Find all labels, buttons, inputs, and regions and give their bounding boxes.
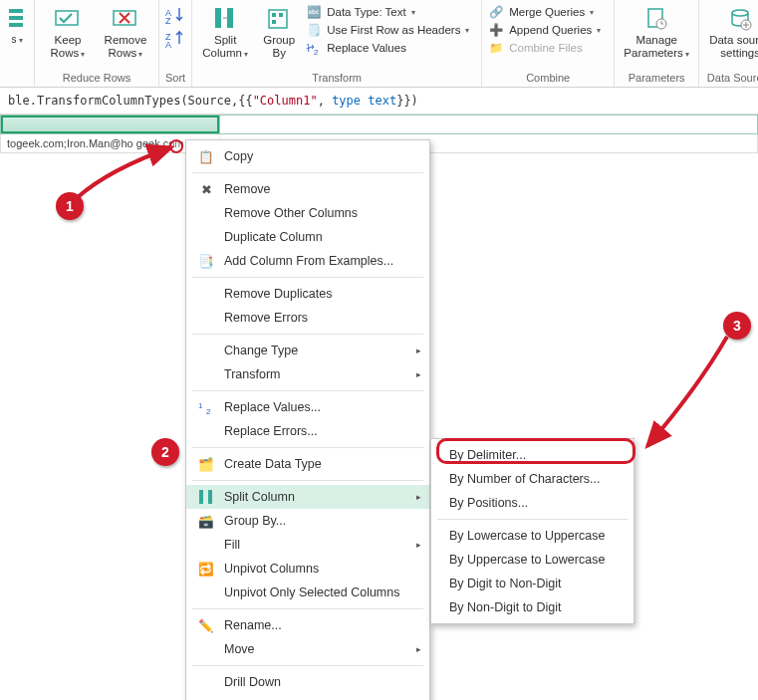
ctx-remove-errors[interactable]: Remove Errors — [186, 306, 429, 330]
separator — [437, 519, 628, 520]
svg-text:Z: Z — [165, 16, 171, 24]
data-type-icon: 🔤 — [306, 4, 322, 20]
ctx-rename[interactable]: ✏️Rename... — [186, 613, 429, 637]
group-by-icon: 🗃️ — [194, 513, 218, 529]
svg-text:2: 2 — [314, 48, 319, 55]
ribbon-group-reduce-rows: Keep Rows Remove Rows Reduce Rows — [35, 0, 159, 87]
remove-rows-icon — [112, 7, 139, 31]
ribbon-group-combine: 🔗Merge Queries ➕Append Queries 📁Combine … — [482, 0, 615, 87]
data-source-settings-button[interactable]: Data source settings — [705, 2, 758, 60]
group-by-icon — [267, 7, 291, 31]
ctx-add-as-query[interactable]: Add as New Query — [186, 694, 429, 700]
keep-rows-button[interactable]: Keep Rows — [41, 2, 95, 60]
group-label-transform: Transform — [198, 70, 475, 87]
append-queries-button[interactable]: ➕Append Queries — [488, 22, 608, 38]
annotation-click-marker — [169, 139, 183, 153]
parameters-icon — [644, 7, 668, 31]
ribbon-group-data-sources: Data source settings Data Sources — [699, 0, 758, 87]
rename-icon: ✏️ — [194, 617, 218, 633]
ctx-move[interactable]: Move — [186, 637, 429, 661]
svg-rect-12 — [272, 13, 276, 17]
sort-asc-icon[interactable]: AZ — [165, 6, 185, 24]
first-row-headers-button[interactable]: 🗒️ Use First Row as Headers — [306, 22, 475, 38]
ctx-add-from-examples[interactable]: 📑Add Column From Examples... — [186, 249, 429, 273]
svg-rect-10 — [227, 8, 233, 28]
sub-digit-nondigit[interactable]: By Digit to Non-Digit — [431, 572, 633, 595]
ctx-group-by[interactable]: 🗃️Group By... — [186, 509, 429, 533]
column-header[interactable] — [1, 116, 220, 133]
split-column-submenu: By Delimiter... By Number of Characters.… — [430, 438, 634, 624]
ribbon-group-transform: Split Column Group By 🔤 Data Type: Text … — [192, 0, 482, 87]
ctx-fill[interactable]: Fill — [186, 533, 429, 557]
sub-by-num-chars[interactable]: By Number of Characters... — [431, 467, 633, 491]
ribbon-group-sort: AZ ZA Sort — [159, 0, 192, 87]
unpivot-icon: 🔁 — [194, 561, 218, 577]
separator — [192, 608, 423, 609]
svg-rect-13 — [279, 13, 283, 17]
separator — [192, 665, 423, 666]
svg-rect-11 — [269, 10, 287, 28]
sub-by-positions[interactable]: By Positions... — [431, 491, 633, 515]
split-column-icon — [194, 489, 218, 505]
rows-icon — [9, 7, 25, 31]
remove-rows-button[interactable]: Remove Rows — [99, 2, 152, 60]
data-source-icon — [728, 7, 752, 31]
svg-rect-0 — [9, 9, 23, 13]
ctx-split-column[interactable]: Split Column — [186, 485, 429, 509]
ctx-replace-values[interactable]: 12Replace Values... — [186, 395, 429, 419]
headers-icon: 🗒️ — [306, 22, 322, 38]
sub-by-delimiter[interactable]: By Delimiter... — [431, 443, 633, 467]
ribbon-group-partial-left: s — [0, 0, 35, 87]
sort-desc-icon[interactable]: ZA — [165, 30, 185, 48]
svg-rect-2 — [9, 23, 23, 27]
ctx-create-data-type[interactable]: 🗂️Create Data Type — [186, 452, 429, 476]
keep-rows-icon — [54, 7, 82, 31]
separator — [192, 447, 423, 448]
group-by-button[interactable]: Group By — [256, 2, 302, 60]
ctx-drill-down[interactable]: Drill Down — [186, 670, 429, 694]
copy-icon: 📋 — [194, 148, 218, 164]
ctx-unpivot-selected[interactable]: Unpivot Only Selected Columns — [186, 581, 429, 604]
sub-nondigit-digit[interactable]: By Non-Digit to Digit — [431, 595, 633, 619]
ctx-replace-errors[interactable]: Replace Errors... — [186, 419, 429, 443]
data-type-button[interactable]: 🔤 Data Type: Text — [306, 4, 475, 20]
ctx-duplicate[interactable]: Duplicate Column — [186, 225, 429, 249]
group-label-combine: Combine — [488, 70, 608, 87]
formula-bar[interactable]: ble.TransformColumnTypes(Source,{{"Colum… — [0, 88, 758, 115]
ctx-remove[interactable]: ✖Remove — [186, 177, 429, 201]
annotation-arrow-3 — [618, 329, 747, 458]
replace-values-icon: 12 — [306, 40, 322, 56]
ctx-transform[interactable]: Transform — [186, 362, 429, 386]
annotation-badge-1: 1 — [56, 192, 84, 220]
ctx-remove-other[interactable]: Remove Other Columns — [186, 201, 429, 225]
svg-text:2: 2 — [206, 407, 211, 414]
ctx-unpivot[interactable]: 🔁Unpivot Columns — [186, 557, 429, 581]
ctx-change-type[interactable]: Change Type — [186, 339, 429, 362]
merge-queries-button[interactable]: 🔗Merge Queries — [488, 4, 608, 20]
group-label-datasources: Data Sources — [705, 70, 758, 87]
partial-left-button[interactable]: s — [6, 2, 28, 46]
data-type-icon: 🗂️ — [194, 456, 218, 472]
manage-parameters-button[interactable]: Manage Parameters — [621, 2, 692, 60]
replace-values-button[interactable]: 12 Replace Values — [306, 40, 475, 56]
ribbon-toolbar: s Keep Rows Remove Rows Reduce Rows AZ Z… — [0, 0, 758, 88]
sub-upper-lower[interactable]: By Uppercase to Lowercase — [431, 548, 633, 572]
sub-lower-upper[interactable]: By Lowercase to Uppercase — [431, 524, 633, 548]
split-column-icon — [212, 6, 238, 32]
group-label-reduce-rows: Reduce Rows — [41, 70, 152, 87]
ribbon-group-parameters: Manage Parameters Parameters — [615, 0, 699, 87]
separator — [192, 277, 423, 278]
svg-text:1: 1 — [198, 401, 203, 410]
svg-rect-23 — [199, 490, 203, 504]
combine-files-button[interactable]: 📁Combine Files — [488, 40, 608, 56]
annotation-badge-2: 2 — [151, 438, 179, 466]
context-menu: 📋Copy ✖Remove Remove Other Columns Dupli… — [185, 139, 430, 700]
column-header-row — [0, 115, 758, 134]
separator — [192, 480, 423, 481]
annotation-badge-3: 3 — [723, 312, 751, 340]
split-column-button[interactable]: Split Column — [198, 2, 252, 60]
svg-rect-14 — [272, 20, 276, 24]
ctx-copy[interactable]: 📋Copy — [186, 144, 429, 168]
combine-files-icon: 📁 — [488, 40, 504, 56]
ctx-remove-duplicates[interactable]: Remove Duplicates — [186, 282, 429, 306]
